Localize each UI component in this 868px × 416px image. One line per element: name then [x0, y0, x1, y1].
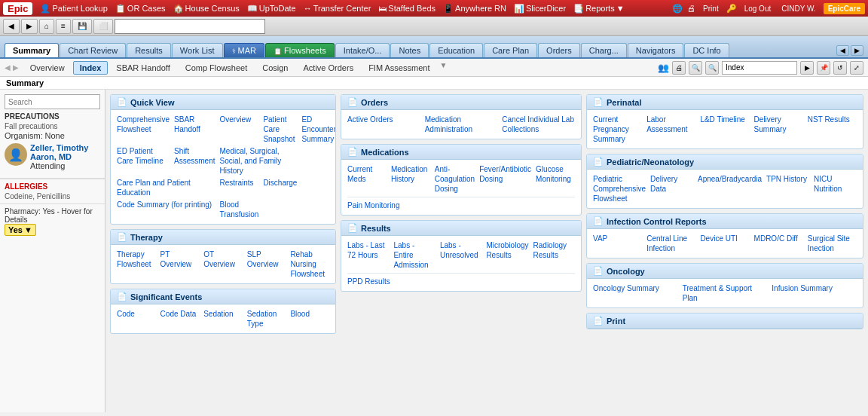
key-icon[interactable]: 🔑	[726, 4, 737, 14]
search2-icon[interactable]: 🔍	[705, 61, 719, 75]
orders-link-2[interactable]: Cancel Individual Lab Collections	[502, 115, 575, 134]
subtab-active-orders[interactable]: Active Orders	[297, 61, 361, 75]
qv-link-9[interactable]: Restraints	[220, 178, 259, 197]
tab-scroll-right[interactable]: ▶	[851, 45, 863, 56]
meds-link-1[interactable]: Medication History	[391, 164, 430, 194]
meds-link-0[interactable]: Current Meds	[347, 164, 387, 194]
tab-care-plan[interactable]: Care Plan	[484, 43, 537, 57]
more-subtabs-arrow[interactable]: ▼	[439, 61, 447, 75]
nav-transfer-center[interactable]: ↔ Transfer Center	[301, 3, 374, 14]
tab-flowsheets[interactable]: 📋 Flowsheets	[265, 43, 335, 57]
list-btn[interactable]: ≡	[56, 19, 71, 34]
sub-tab-search-input[interactable]	[722, 61, 797, 75]
pin-icon[interactable]: 📌	[817, 61, 830, 75]
onco-link-1[interactable]: Treatment & Support Plan	[683, 283, 768, 303]
subtab-sbar[interactable]: SBAR Handoff	[109, 61, 176, 75]
peds-link-4[interactable]: NICU Nutrition	[814, 174, 857, 203]
qv-link-8[interactable]: Care Plan and Patient Education	[117, 178, 215, 197]
tab-summary[interactable]: Summary	[5, 43, 59, 57]
toolbar-search-input[interactable]	[115, 19, 265, 34]
qv-link-2[interactable]: Overview	[220, 115, 259, 144]
se-link-0[interactable]: Code	[117, 309, 156, 329]
inf-link-3[interactable]: MDRO/C Diff	[754, 234, 803, 253]
sub-nav-back[interactable]: ◀ ▶	[5, 63, 19, 72]
peds-link-1[interactable]: Delivery Data	[650, 174, 693, 203]
orders-link-0[interactable]: Active Orders	[347, 115, 420, 134]
logout-btn[interactable]: Log Out	[741, 4, 775, 14]
orders-link-1[interactable]: Medication Administration	[425, 115, 498, 134]
globe-icon[interactable]: 🌐	[672, 4, 683, 14]
sidebar-search-input[interactable]	[5, 94, 100, 109]
epiccare-btn[interactable]: EpicCare	[824, 3, 865, 14]
tab-notes[interactable]: Notes	[390, 43, 429, 57]
tab-charg[interactable]: Charg...	[581, 43, 627, 57]
se-link-2[interactable]: Sedation	[203, 309, 243, 329]
nav-slicerdicer[interactable]: 📊 SlicerDicer	[511, 3, 569, 14]
nav-house-census[interactable]: 🏠 House Census	[170, 3, 243, 14]
therapy-link-4[interactable]: Rehab Nursing Flowsheet	[290, 249, 329, 279]
results-link-5[interactable]: PPD Results	[347, 277, 390, 286]
inf-link-4[interactable]: Surgical Site Inection	[808, 234, 857, 253]
tab-work-list[interactable]: Work List	[172, 43, 223, 57]
tab-scroll-left[interactable]: ◀	[836, 45, 849, 56]
therapy-link-1[interactable]: PT Overview	[160, 249, 200, 279]
qv-link-0[interactable]: Comprehensive Flowsheet	[117, 115, 170, 144]
qv-link-4[interactable]: ED Encounter Summary	[301, 115, 336, 144]
meds-link-2[interactable]: Anti-Coagulation Dosing	[435, 164, 475, 194]
therapy-link-2[interactable]: OT Overview	[203, 249, 243, 279]
subtab-cosign[interactable]: Cosign	[255, 61, 295, 75]
tab-orders[interactable]: Orders	[538, 43, 580, 57]
qv-link-10[interactable]: Discharge	[263, 178, 297, 197]
epic-logo[interactable]: Epic	[3, 2, 32, 15]
se-link-4[interactable]: Blood	[290, 309, 329, 329]
forward-btn[interactable]: ▶	[21, 19, 38, 34]
peri-link-3[interactable]: Delivery Summary	[754, 115, 803, 144]
results-link-4[interactable]: Radiology Results	[533, 240, 575, 270]
peri-link-4[interactable]: NST Results	[808, 115, 857, 144]
onco-link-0[interactable]: Oncology Summary	[593, 283, 678, 303]
meds-link-3[interactable]: Fever/Antibiotic Dosing	[479, 164, 531, 194]
results-link-1[interactable]: Labs - Entire Admission	[393, 240, 435, 270]
pharmacy-yes-badge[interactable]: Yes ▼	[5, 224, 36, 236]
doctor-name[interactable]: Zeller, Timothy Aaron, MD	[30, 143, 100, 161]
tab-dc-info[interactable]: DC Info	[684, 43, 729, 57]
qv-link-3[interactable]: Patient Care Snapshot	[263, 115, 297, 144]
peds-link-3[interactable]: TPN History	[766, 174, 809, 203]
nav-uptodate[interactable]: 📖 UpToDate	[244, 3, 299, 14]
tab-results[interactable]: Results	[127, 43, 171, 57]
results-link-3[interactable]: Microbiology Results	[486, 240, 528, 270]
subtab-fim[interactable]: FIM Assessment	[362, 61, 436, 75]
qv-link-1[interactable]: SBAR Handoff	[174, 115, 215, 144]
peri-link-2[interactable]: L&D Timeline	[700, 115, 749, 144]
tab-intake[interactable]: Intake/O...	[335, 43, 390, 57]
nav-anywhere-rn[interactable]: 📱 Anywhere RN	[440, 3, 509, 14]
inf-link-2[interactable]: Device UTI	[700, 234, 749, 253]
home-btn[interactable]: ⌂	[39, 19, 54, 34]
nav-or-cases[interactable]: 📋 OR Cases	[112, 3, 169, 14]
peri-link-1[interactable]: Labor Assessment	[646, 115, 695, 144]
peri-link-0[interactable]: Current Pregnancy Summary	[593, 115, 642, 144]
peds-link-2[interactable]: Apnea/Bradycardia	[698, 174, 762, 203]
subtab-overview[interactable]: Overview	[23, 61, 72, 75]
nav-staffed-beds[interactable]: 🛏 Staffed Beds	[375, 3, 439, 14]
tab-chart-review[interactable]: Chart Review	[60, 43, 126, 57]
back-btn[interactable]: ◀	[3, 19, 20, 34]
qv-link-7[interactable]: Medical, Surgical, Social, and Family Hi…	[220, 146, 298, 176]
tab-navigators[interactable]: Navigators	[628, 43, 684, 57]
nav-reports[interactable]: 📑 Reports ▼	[570, 3, 627, 14]
go-icon[interactable]: ▶	[800, 61, 814, 75]
print-btn[interactable]: Print	[700, 4, 722, 14]
save-btn[interactable]: 💾	[72, 19, 92, 34]
qv-link-6[interactable]: Shift Assessment	[174, 146, 215, 176]
inf-link-0[interactable]: VAP	[593, 234, 642, 253]
qv-link-11[interactable]: Code Summary (for printing)	[117, 200, 215, 219]
printer-icon[interactable]: 🖨	[687, 4, 695, 13]
se-link-1[interactable]: Code Data	[160, 309, 200, 329]
subtab-index[interactable]: Index	[73, 61, 108, 75]
inf-link-1[interactable]: Central Line Infection	[646, 234, 695, 253]
print-sub-icon[interactable]: 🖨	[672, 61, 686, 75]
se-link-3[interactable]: Sedation Type	[247, 309, 286, 329]
subtab-comp-flowsheet[interactable]: Comp Flowsheet	[179, 61, 255, 75]
therapy-link-0[interactable]: Therapy Flowsheet	[117, 249, 156, 279]
results-link-0[interactable]: Labs - Last 72 Hours	[347, 240, 389, 270]
